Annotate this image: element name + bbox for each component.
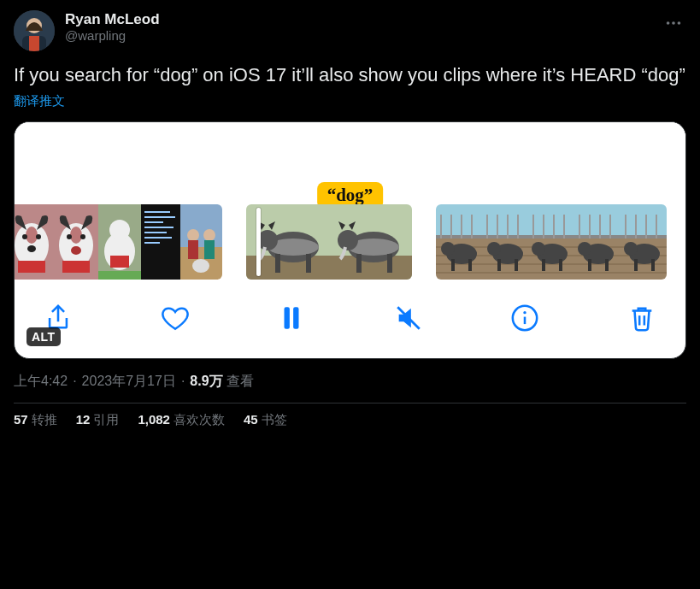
svg-point-135 xyxy=(524,311,526,314)
svg-rect-33 xyxy=(144,242,160,244)
svg-rect-46 xyxy=(306,254,311,273)
views-count[interactable]: 8.9万 xyxy=(190,373,222,391)
svg-point-16 xyxy=(70,227,82,244)
frame-dog-closeup xyxy=(54,204,98,280)
svg-point-112 xyxy=(578,242,591,256)
svg-point-10 xyxy=(22,234,27,239)
svg-rect-53 xyxy=(387,254,392,273)
svg-point-9 xyxy=(26,227,38,244)
heart-icon xyxy=(161,303,190,333)
more-icon xyxy=(664,14,683,32)
svg-rect-32 xyxy=(144,237,172,239)
retweets-stat[interactable]: 57转推 xyxy=(14,412,57,428)
svg-point-17 xyxy=(67,234,72,239)
volume-muted-icon xyxy=(394,303,423,333)
svg-rect-37 xyxy=(188,240,198,259)
trash-button[interactable] xyxy=(622,298,662,338)
tweet-text: If you search for “dog” on iOS 17 it’ll … xyxy=(14,63,686,88)
tweet-meta: 上午4:42 · 2023年7月17日 · 8.9万 查看 xyxy=(14,373,686,391)
svg-rect-24 xyxy=(110,256,129,268)
retweets-label: 转推 xyxy=(32,412,57,427)
pause-icon xyxy=(277,303,306,333)
frame-terminal xyxy=(141,204,180,280)
separator: · xyxy=(179,374,186,389)
svg-rect-70 xyxy=(482,204,528,239)
likes-stat[interactable]: 1,082喜欢次数 xyxy=(138,412,225,428)
tweet-stats: 57转推 12引用 1,082喜欢次数 45书签 xyxy=(14,412,686,432)
svg-rect-83 xyxy=(497,259,501,271)
svg-rect-27 xyxy=(144,211,170,213)
heart-button[interactable] xyxy=(156,298,195,338)
card-whitespace: “dog” xyxy=(15,122,685,204)
svg-rect-69 xyxy=(468,259,472,271)
svg-rect-85 xyxy=(528,204,574,239)
svg-point-18 xyxy=(80,234,85,239)
svg-point-127 xyxy=(624,242,638,256)
pause-button[interactable] xyxy=(272,298,311,338)
svg-point-40 xyxy=(192,259,209,273)
svg-rect-55 xyxy=(436,204,482,239)
svg-point-36 xyxy=(187,229,199,241)
frame-deck-dog xyxy=(436,204,482,280)
svg-point-23 xyxy=(109,220,130,240)
handle[interactable]: @warpling xyxy=(65,28,160,44)
tweet-container: Ryan McLeod @warpling If you search for … xyxy=(0,0,700,439)
bookmarks-stat[interactable]: 45书签 xyxy=(244,412,287,428)
svg-rect-13 xyxy=(18,261,45,273)
svg-rect-129 xyxy=(651,259,655,271)
tweet-header: Ryan McLeod @warpling xyxy=(14,10,686,51)
svg-rect-52 xyxy=(356,254,362,273)
frame-deck-dog xyxy=(528,204,574,280)
translate-link[interactable]: 翻译推文 xyxy=(14,93,65,109)
frame-deck-dog xyxy=(574,204,621,280)
svg-rect-34 xyxy=(180,204,222,247)
video-timeline[interactable] xyxy=(15,204,685,280)
date[interactable]: 2023年7月17日 xyxy=(82,373,176,391)
svg-rect-29 xyxy=(144,221,163,223)
svg-rect-3 xyxy=(29,36,39,51)
svg-point-82 xyxy=(487,242,501,256)
time[interactable]: 上午4:42 xyxy=(14,373,68,391)
info-icon xyxy=(510,303,539,333)
svg-rect-25 xyxy=(98,271,141,280)
mute-button[interactable] xyxy=(389,298,428,338)
svg-rect-113 xyxy=(588,259,591,271)
svg-point-5 xyxy=(672,21,675,25)
clip-thumbnail-group[interactable] xyxy=(15,204,222,280)
svg-rect-100 xyxy=(574,204,621,239)
more-button[interactable] xyxy=(661,10,686,39)
avatar[interactable] xyxy=(14,10,55,51)
media-card[interactable]: “dog” xyxy=(14,121,686,359)
retweets-count: 57 xyxy=(14,412,28,427)
svg-point-19 xyxy=(71,246,81,255)
quotes-count: 12 xyxy=(76,412,91,427)
info-button[interactable] xyxy=(505,298,544,338)
display-name[interactable]: Ryan McLeod xyxy=(65,10,160,28)
svg-rect-68 xyxy=(451,259,455,271)
svg-point-67 xyxy=(441,242,455,256)
clip-thumbnail-group[interactable] xyxy=(436,204,667,280)
svg-rect-131 xyxy=(293,307,298,329)
frame-dog-body xyxy=(98,204,141,280)
svg-rect-99 xyxy=(559,259,562,271)
svg-rect-98 xyxy=(542,259,545,271)
quotes-stat[interactable]: 12引用 xyxy=(76,412,120,428)
frame-dog-closeup xyxy=(15,204,54,280)
views-label: 查看 xyxy=(226,373,254,391)
divider xyxy=(14,403,686,403)
bookmarks-label: 书签 xyxy=(262,412,287,427)
likes-label: 喜欢次数 xyxy=(174,412,225,427)
playhead[interactable] xyxy=(256,208,261,276)
svg-rect-128 xyxy=(634,259,638,271)
frame-schnauzer xyxy=(329,204,412,280)
frame-deck-dog xyxy=(621,204,667,280)
alt-badge[interactable]: ALT xyxy=(26,327,61,346)
bookmarks-count: 45 xyxy=(244,412,258,427)
svg-rect-31 xyxy=(144,232,167,233)
svg-rect-84 xyxy=(515,259,518,271)
svg-rect-115 xyxy=(621,204,667,239)
avatar-image xyxy=(14,10,55,51)
clip-thumbnail-group[interactable] xyxy=(246,204,412,280)
svg-point-11 xyxy=(36,234,41,239)
media-toolbar xyxy=(15,280,685,358)
